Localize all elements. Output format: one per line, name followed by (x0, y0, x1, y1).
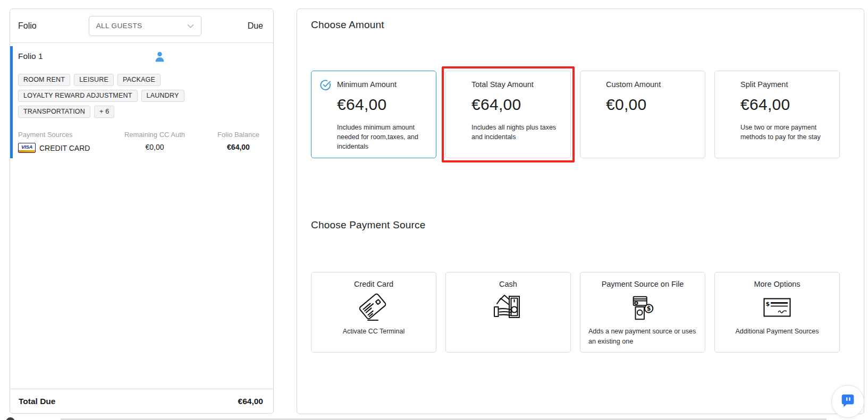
folio-panel-title: Folio (18, 21, 37, 31)
selected-folio-accent-bar (10, 46, 13, 158)
cheque-icon: $ (715, 290, 839, 324)
total-due-label: Total Due (19, 397, 55, 406)
folio-item[interactable]: Folio 1 ROOM RENT LEISURE PACKAGE LOYALT… (10, 43, 273, 165)
folio-name: Folio 1 (18, 52, 43, 61)
source-option-description: Activate CC Terminal (311, 327, 436, 337)
folio-charge-tags: ROOM RENT LEISURE PACKAGE LOYALTY REWARD… (18, 74, 258, 118)
chevron-down-icon (187, 24, 194, 28)
folio-balance-label: Folio Balance (213, 131, 264, 139)
source-option-description: Adds a new payment source or uses an exi… (580, 327, 705, 347)
amount-options-row: Minimum Amount €64,00 Includes minimum a… (311, 71, 864, 158)
clipped-avatar-circle (6, 417, 15, 420)
tag-chip: ROOM RENT (18, 74, 70, 86)
total-due-footer: Total Due €64,00 (10, 389, 273, 413)
tag-chip: LEISURE (74, 74, 114, 86)
source-option-title: Cash (446, 280, 570, 288)
folio-balance-value: €64,00 (213, 143, 264, 151)
choose-payment-source-title: Choose Payment Source (311, 220, 864, 230)
credit-card-icon (311, 290, 436, 324)
payment-source-name: CREDIT CARD (39, 144, 90, 152)
card-on-file-icon: $ (580, 290, 705, 324)
source-option-cash[interactable]: Cash (445, 272, 571, 353)
svg-text:$: $ (766, 301, 770, 307)
amount-option-description: Use two or more payment methods to pay f… (740, 123, 832, 142)
source-option-title: Credit Card (311, 280, 436, 288)
tag-chip: TRANSPORTATION (18, 106, 90, 118)
folio-balance-column: Folio Balance €64,00 (195, 131, 264, 153)
tag-more-chip[interactable]: + 6 (94, 106, 114, 118)
amount-option-custom[interactable]: Custom Amount €0,00 (580, 71, 705, 158)
amount-option-total-stay[interactable]: Total Stay Amount €64,00 Includes all ni… (445, 71, 571, 158)
source-option-credit-card[interactable]: Credit Card Activate CC Terminal (311, 272, 436, 353)
amount-option-split[interactable]: Split Payment €64,00 Use two or more pay… (714, 71, 840, 158)
svg-text:$: $ (647, 305, 651, 312)
amount-option-value: €64,00 (471, 96, 563, 114)
amount-option-title: Split Payment (740, 80, 832, 89)
choose-amount-title: Choose Amount (311, 20, 864, 30)
guest-filter-select[interactable]: ALL GUESTS (89, 16, 201, 36)
cash-in-hand-icon (446, 290, 570, 324)
guest-person-icon (155, 52, 164, 64)
tag-chip: LAUNDRY (141, 90, 184, 102)
amount-option-value: €64,00 (740, 96, 832, 114)
visa-card-icon: VISA (18, 143, 36, 153)
source-option-title: Payment Source on File (580, 280, 705, 288)
payment-source-row: Credit Card Activate CC Terminal (311, 272, 864, 353)
remaining-cc-auth-value: €0,00 (115, 143, 195, 151)
check-circle-icon (319, 79, 331, 91)
amount-option-value: €64,00 (337, 96, 428, 114)
amount-option-description: Includes all nights plus taxes and incid… (471, 123, 563, 142)
amount-option-title: Minimum Amount (337, 80, 428, 89)
payment-panel: Choose Amount Minimum Amount €64,00 Incl… (297, 8, 864, 414)
amount-option-title: Custom Amount (606, 80, 697, 89)
remaining-cc-auth-label: Remaining CC Auth (115, 131, 195, 139)
due-column-label: Due (248, 21, 263, 31)
tag-chip: LOYALTY REWARD ADJUSTMENT (18, 90, 138, 102)
payment-sources-label: Payment Sources (18, 131, 115, 139)
chat-bubble-icon (840, 393, 855, 410)
source-option-more[interactable]: More Options $ Additional Payment Source… (714, 272, 840, 353)
tag-chip: PACKAGE (117, 74, 161, 86)
folio-panel-header: Folio ALL GUESTS Due (10, 9, 273, 43)
amount-option-minimum[interactable]: Minimum Amount €64,00 Includes minimum a… (311, 71, 436, 158)
amount-option-value: €0,00 (606, 96, 697, 114)
guest-filter-value: ALL GUESTS (96, 22, 142, 30)
total-due-value: €64,00 (238, 397, 263, 406)
chat-widget-button[interactable] (831, 385, 864, 418)
amount-option-title: Total Stay Amount (471, 80, 563, 89)
folio-panel: Folio ALL GUESTS Due Folio 1 ROOM RENT L… (10, 8, 274, 414)
remaining-cc-auth-column: Remaining CC Auth €0,00 (115, 131, 195, 153)
source-option-description: Additional Payment Sources (715, 327, 839, 337)
source-option-title: More Options (715, 280, 839, 288)
amount-option-description: Includes minimum amount needed for room,… (337, 123, 428, 151)
payment-sources-column: Payment Sources VISA CREDIT CARD (18, 131, 115, 153)
source-option-on-file[interactable]: Payment Source on File $ Adds a new paym… (580, 272, 705, 353)
